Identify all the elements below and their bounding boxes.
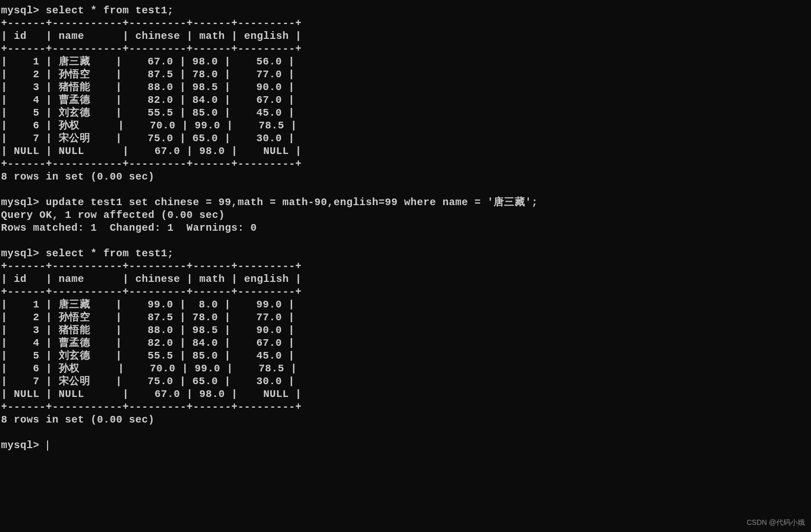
table-header: | id | name | chinese | math | english | — [1, 273, 302, 285]
table1-rows: | 1 | 唐三藏 | 67.0 | 98.0 | 56.0 | | 2 | 孙… — [1, 56, 302, 157]
table-header: | id | name | chinese | math | english | — [1, 30, 302, 42]
terminal-output[interactable]: mysql> select * from test1; +------+----… — [1, 4, 810, 452]
table-border: +------+-----------+---------+------+---… — [1, 401, 302, 413]
prompt: mysql> — [1, 196, 39, 208]
table-border: +------+-----------+---------+------+---… — [1, 158, 302, 170]
table-border: +------+-----------+---------+------+---… — [1, 43, 302, 55]
table-border: +------+-----------+---------+------+---… — [1, 286, 302, 298]
prompt: mysql> — [1, 248, 39, 259]
rows-status: 8 rows in set (0.00 sec) — [1, 171, 155, 183]
prompt: mysql> — [1, 5, 39, 16]
table-border: +------+-----------+---------+------+---… — [1, 260, 302, 272]
update-result-line1: Query OK, 1 row affected (0.00 sec) — [1, 209, 225, 221]
query-update: update test1 set chinese = 99,math = mat… — [46, 196, 538, 208]
table2-rows: | 1 | 唐三藏 | 99.0 | 8.0 | 99.0 | | 2 | 孙悟… — [1, 299, 302, 400]
cursor — [47, 440, 48, 451]
rows-status: 8 rows in set (0.00 sec) — [1, 414, 155, 426]
watermark: CSDN @代码小娥 — [747, 518, 805, 527]
table-border: +------+-----------+---------+------+---… — [1, 17, 302, 29]
prompt: mysql> — [1, 439, 39, 451]
query-select2: select * from test1; — [46, 248, 174, 259]
update-result-line2: Rows matched: 1 Changed: 1 Warnings: 0 — [1, 222, 257, 234]
query-select1: select * from test1; — [46, 5, 174, 16]
